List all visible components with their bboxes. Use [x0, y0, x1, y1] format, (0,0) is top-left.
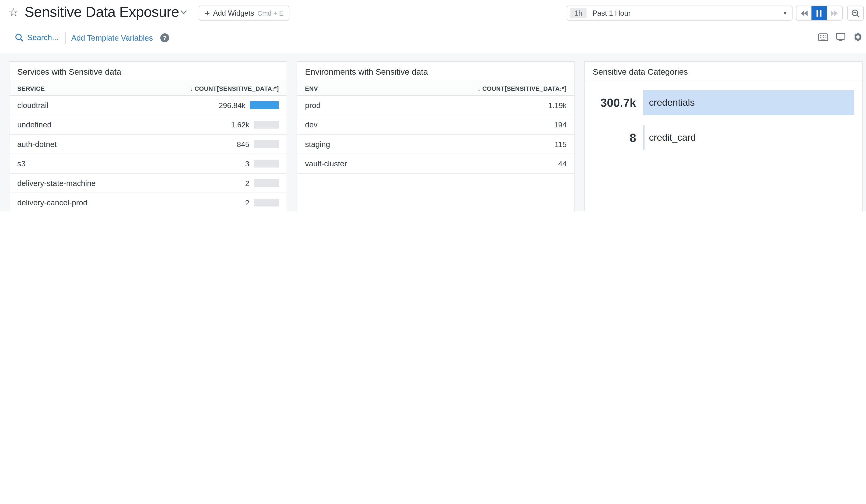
- time-range-picker[interactable]: 1h Past 1 Hour ▾: [567, 5, 792, 21]
- environments-table-body: prod1.19kdev194staging115vault-cluster44: [297, 96, 575, 173]
- title-chevron-down-icon[interactable]: [180, 10, 187, 14]
- favorite-star-icon[interactable]: ☆: [8, 5, 19, 19]
- page-title: Sensitive Data Exposure: [24, 3, 179, 21]
- service-name: cloudtrail: [17, 101, 48, 110]
- time-range-caret-icon: ▾: [784, 10, 786, 16]
- env-name: prod: [305, 101, 321, 110]
- services-table-header: SERVICE ↓COUNT[SENSITIVE_DATA:*]: [10, 81, 287, 96]
- count-bar: [254, 199, 279, 206]
- keyboard-shortcuts-icon[interactable]: [818, 33, 828, 41]
- count-value: 2: [245, 198, 249, 207]
- count-bar: [254, 121, 279, 128]
- count-value: 1.62k: [231, 120, 249, 129]
- table-row[interactable]: undefined1.62k: [10, 115, 287, 135]
- row-value-cell: 3: [245, 159, 279, 168]
- count-bar: [254, 179, 279, 187]
- toolbar-divider: [65, 32, 66, 44]
- service-name: delivery-cancel-prod: [17, 198, 88, 207]
- count-value: 44: [558, 159, 567, 168]
- category-count: 300.7k: [593, 96, 636, 109]
- plus-icon: +: [205, 9, 210, 17]
- sort-desc-icon: ↓: [190, 85, 193, 92]
- widget-environments: Environments with Sensitive data ENV ↓CO…: [297, 61, 575, 211]
- pause-button[interactable]: [812, 6, 827, 20]
- add-template-variables-link[interactable]: Add Template Variables: [71, 33, 153, 42]
- count-value: 296.84k: [219, 101, 245, 110]
- count-bar: [254, 160, 279, 167]
- env-name: vault-cluster: [305, 159, 347, 168]
- categories-toplist: 300.7kcredentials8credit_card: [585, 90, 862, 150]
- help-icon[interactable]: ?: [160, 33, 169, 42]
- settings-gear-icon[interactable]: [853, 32, 863, 42]
- count-value: 1.19k: [548, 101, 567, 110]
- table-row[interactable]: delivery-state-machine2: [10, 173, 287, 193]
- row-value-cell: 296.84k: [219, 101, 279, 110]
- pause-icon: [817, 10, 822, 16]
- tv-mode-icon[interactable]: [836, 33, 845, 41]
- category-bar-area: credit_card: [643, 125, 854, 150]
- category-count: 8: [593, 131, 636, 144]
- col-env[interactable]: ENV: [305, 85, 318, 92]
- widget-categories: Sensitive data Categories 300.7kcredenti…: [584, 61, 863, 211]
- widget-title: Sensitive data Categories: [585, 62, 862, 81]
- env-name: staging: [305, 140, 330, 149]
- add-widgets-button[interactable]: + Add Widgets Cmd + E: [199, 5, 290, 21]
- services-table-body: cloudtrail296.84kundefined1.62kauth-dotn…: [10, 96, 287, 211]
- toplist-row[interactable]: 300.7kcredentials: [593, 90, 854, 115]
- service-name: s3: [17, 159, 25, 168]
- service-name: auth-dotnet: [17, 140, 57, 149]
- sort-desc-icon: ↓: [477, 85, 481, 92]
- col-service[interactable]: SERVICE: [17, 85, 45, 92]
- category-label: credit_card: [649, 132, 696, 143]
- table-row[interactable]: s33: [10, 154, 287, 173]
- time-backward-button[interactable]: [797, 6, 812, 20]
- time-range-badge: 1h: [570, 8, 587, 18]
- add-widgets-shortcut: Cmd + E: [257, 9, 284, 17]
- table-row[interactable]: cloudtrail296.84k: [10, 96, 287, 115]
- widget-services: Services with Sensitive data SERVICE ↓CO…: [9, 61, 287, 211]
- service-name: undefined: [17, 120, 52, 129]
- row-value-cell: 1.62k: [231, 120, 279, 129]
- environments-table-header: ENV ↓COUNT[SENSITIVE_DATA:*]: [297, 81, 575, 96]
- count-bar: [254, 140, 279, 148]
- toplist-row[interactable]: 8credit_card: [593, 125, 854, 150]
- count-value: 845: [237, 140, 249, 148]
- count-value: 3: [245, 159, 249, 168]
- count-value: 2: [245, 179, 249, 187]
- table-row[interactable]: prod1.19k: [297, 96, 575, 115]
- table-row[interactable]: delivery-cancel-prod2: [10, 193, 287, 211]
- table-row[interactable]: vault-cluster44: [297, 154, 575, 173]
- service-name: delivery-state-machine: [17, 179, 96, 188]
- category-label: credentials: [649, 97, 695, 108]
- widget-title: Services with Sensitive data: [10, 62, 287, 81]
- col-count[interactable]: ↓COUNT[SENSITIVE_DATA:*]: [190, 85, 279, 92]
- env-name: dev: [305, 120, 318, 129]
- search-icon: [15, 33, 23, 42]
- zoom-out-button[interactable]: [847, 5, 864, 21]
- count-value: 115: [555, 140, 567, 148]
- col-count[interactable]: ↓COUNT[SENSITIVE_DATA:*]: [477, 85, 567, 92]
- time-forward-button[interactable]: [827, 6, 842, 20]
- row-value-cell: 2: [245, 198, 279, 207]
- search-label: Search...: [27, 33, 58, 42]
- count-value: 194: [554, 120, 567, 129]
- dashboard-page: ☆ Sensitive Data Exposure + Add Widgets …: [0, 0, 866, 211]
- category-bar: [643, 125, 644, 150]
- add-widgets-label: Add Widgets: [213, 9, 254, 17]
- search-button[interactable]: Search...: [15, 33, 58, 42]
- category-bar-area: credentials: [643, 90, 854, 115]
- time-playback-controls: [796, 5, 843, 21]
- table-row[interactable]: auth-dotnet845: [10, 135, 287, 154]
- row-value-cell: 845: [237, 140, 279, 148]
- count-bar: [250, 101, 279, 109]
- time-range-label: Past 1 Hour: [592, 9, 631, 17]
- row-value-cell: 2: [245, 179, 279, 187]
- widget-title: Environments with Sensitive data: [297, 62, 575, 81]
- table-row[interactable]: staging115: [297, 135, 575, 154]
- table-row[interactable]: dev194: [297, 115, 575, 135]
